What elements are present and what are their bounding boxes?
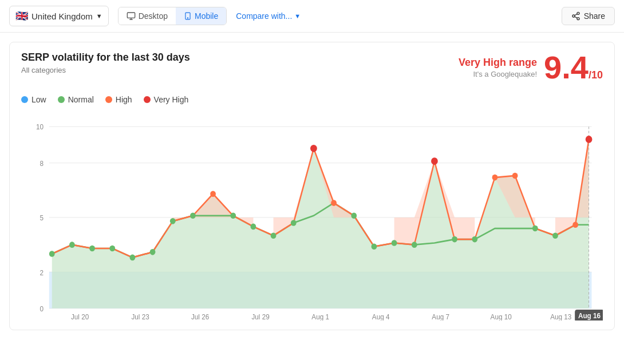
- high-dot-aug10b: [512, 173, 518, 179]
- legend-high: High: [105, 95, 132, 104]
- legend: Low Normal High Very High: [21, 90, 603, 109]
- desktop-tab[interactable]: Desktop: [119, 7, 176, 25]
- dot: [150, 249, 156, 255]
- country-label: United Kingdom: [31, 11, 93, 21]
- svg-text:10: 10: [36, 123, 44, 132]
- score-label: Very High range It's a Googlequake!: [459, 57, 537, 78]
- svg-point-5: [577, 18, 579, 20]
- svg-text:Jul 29: Jul 29: [251, 312, 269, 321]
- svg-text:Jul 20: Jul 20: [71, 312, 89, 321]
- svg-text:Jul 23: Jul 23: [131, 312, 149, 321]
- high-label: High: [116, 95, 132, 104]
- dot: [472, 236, 477, 243]
- score-number: 9.4: [544, 52, 589, 84]
- low-dot: [21, 96, 28, 103]
- dot: [89, 246, 95, 252]
- card-subtitle: All categories: [21, 66, 190, 74]
- dot: [351, 213, 357, 219]
- low-label: Low: [31, 95, 46, 104]
- dot: [230, 213, 236, 219]
- svg-text:8: 8: [40, 160, 44, 168]
- mobile-label: Mobile: [195, 11, 218, 21]
- svg-rect-0: [127, 13, 135, 18]
- dot: [170, 218, 176, 224]
- very-high-dot-aug16: [586, 136, 593, 143]
- score-denom: /10: [589, 69, 603, 81]
- legend-normal: Normal: [58, 95, 94, 104]
- volatility-score: Very High range It's a Googlequake! 9.4 …: [459, 52, 603, 84]
- chart-container: 10 8 5 2 0: [21, 114, 603, 321]
- device-tabs: Desktop Mobile: [118, 7, 227, 25]
- legend-low: Low: [21, 95, 46, 104]
- header: 🇬🇧 United Kingdom ▼ Desktop Mobile Compa…: [0, 0, 624, 33]
- svg-text:Aug 4: Aug 4: [372, 312, 390, 321]
- svg-text:Jul 26: Jul 26: [191, 312, 209, 321]
- mobile-icon: [184, 11, 192, 21]
- dot: [291, 220, 297, 226]
- svg-text:Aug 10: Aug 10: [491, 312, 512, 321]
- share-label: Share: [584, 11, 605, 21]
- dot: [392, 240, 397, 246]
- dot: [69, 242, 75, 248]
- svg-text:5: 5: [40, 214, 44, 223]
- dot: [452, 236, 457, 243]
- dot: [109, 246, 115, 252]
- svg-text:Aug 16: Aug 16: [578, 311, 601, 320]
- card-header: SERP volatility for the last 30 days All…: [21, 52, 603, 84]
- dot: [49, 251, 55, 257]
- very-high-dot: [144, 96, 151, 103]
- very-high-dot-aug7: [431, 157, 438, 165]
- card-title: SERP volatility for the last 30 days: [21, 52, 190, 64]
- svg-line-6: [574, 17, 577, 18]
- flag-icon: 🇬🇧: [15, 10, 28, 22]
- legend-very-high: Very High: [144, 95, 189, 104]
- desktop-icon: [127, 11, 136, 21]
- country-selector[interactable]: 🇬🇧 United Kingdom ▼: [9, 6, 109, 26]
- dot: [331, 200, 337, 206]
- range-title: Very High range: [459, 57, 537, 69]
- share-button[interactable]: Share: [562, 7, 615, 25]
- dot: [251, 224, 256, 230]
- very-high-dot-aug1: [310, 145, 317, 152]
- desktop-label: Desktop: [139, 11, 168, 21]
- svg-text:0: 0: [40, 305, 44, 314]
- chevron-down-icon: ▼: [96, 13, 102, 19]
- svg-text:2: 2: [40, 268, 44, 277]
- high-dot-aug10: [492, 175, 498, 181]
- dot: [130, 255, 136, 261]
- high-dot-jul26: [210, 191, 216, 197]
- svg-point-2: [187, 18, 188, 18]
- chevron-down-icon: ▼: [294, 13, 301, 19]
- dot: [271, 232, 277, 239]
- svg-text:Aug 13: Aug 13: [550, 312, 571, 321]
- main-card: SERP volatility for the last 30 days All…: [9, 42, 615, 330]
- dot: [532, 225, 538, 232]
- chart-svg: 10 8 5 2 0: [21, 114, 603, 321]
- compare-button[interactable]: Compare with... ▼: [236, 11, 301, 21]
- very-high-label: Very High: [154, 95, 189, 104]
- normal-dot: [58, 96, 65, 103]
- dot: [572, 221, 578, 228]
- dot: [372, 244, 377, 250]
- quake-text: It's a Googlequake!: [459, 70, 537, 78]
- dot: [190, 213, 196, 219]
- svg-text:Aug 7: Aug 7: [432, 312, 449, 321]
- mobile-tab[interactable]: Mobile: [176, 7, 226, 25]
- svg-point-3: [577, 12, 579, 14]
- dot: [552, 232, 558, 239]
- compare-label: Compare with...: [236, 11, 292, 21]
- normal-label: Normal: [68, 95, 94, 104]
- svg-point-4: [572, 15, 575, 17]
- card-info: SERP volatility for the last 30 days All…: [21, 52, 190, 74]
- high-dot: [105, 96, 112, 103]
- share-icon: [571, 11, 580, 21]
- svg-line-7: [574, 14, 577, 15]
- svg-text:Aug 1: Aug 1: [311, 312, 329, 321]
- dot: [412, 242, 417, 248]
